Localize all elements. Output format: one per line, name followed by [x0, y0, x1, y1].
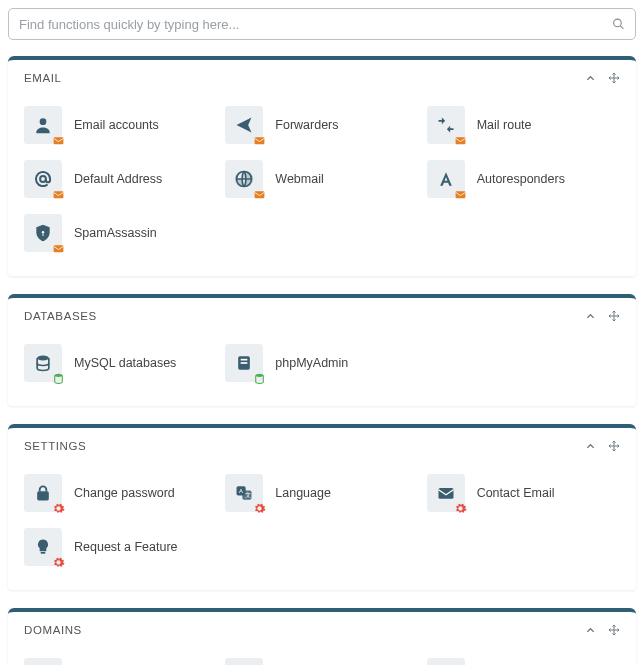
domain-item-3-icon	[427, 658, 465, 665]
svg-point-14	[37, 356, 49, 361]
badge-db-icon	[252, 371, 266, 385]
item-webmail[interactable]: Webmail	[221, 152, 422, 206]
svg-point-0	[614, 19, 622, 27]
badge-env-icon	[252, 187, 266, 201]
language-icon: A文	[225, 474, 263, 512]
collapse-icon[interactable]	[585, 625, 596, 636]
item-label: SpamAssassin	[74, 226, 157, 240]
panel-title: EMAIL	[24, 72, 573, 84]
badge-gear-icon	[51, 501, 65, 515]
phpmyadmin-icon	[225, 344, 263, 382]
request-feature-icon	[24, 528, 62, 566]
contact-email-icon	[427, 474, 465, 512]
svg-rect-4	[254, 137, 264, 144]
panel-body: Email accountsForwardersMail routeDefaul…	[8, 94, 636, 276]
badge-gear-icon	[454, 501, 468, 515]
svg-rect-20	[37, 491, 49, 500]
drag-handle-icon[interactable]	[608, 440, 620, 452]
panel-header-domains: DOMAINS	[8, 612, 636, 646]
svg-rect-25	[438, 488, 453, 499]
panel-body	[8, 646, 636, 665]
item-forwarders[interactable]: Forwarders	[221, 98, 422, 152]
change-password-icon	[24, 474, 62, 512]
panel-body: Change passwordA文LanguageContact EmailRe…	[8, 462, 636, 590]
item-contact-email[interactable]: Contact Email	[423, 466, 624, 520]
item-label: Language	[275, 486, 331, 500]
item-autoresponders[interactable]: Autoresponders	[423, 152, 624, 206]
svg-point-19	[256, 373, 264, 376]
item-email-accounts[interactable]: Email accounts	[20, 98, 221, 152]
item-label: Email accounts	[74, 118, 159, 132]
svg-text:文: 文	[245, 491, 251, 498]
svg-point-11	[42, 231, 44, 233]
svg-rect-18	[241, 362, 248, 364]
panel-settings: SETTINGSChange passwordA文LanguageContact…	[8, 424, 636, 590]
drag-handle-icon[interactable]	[608, 310, 620, 322]
panel-databases: DATABASESMySQL databasesphpMyAdmin	[8, 294, 636, 406]
domain-item-1-icon	[24, 658, 62, 665]
badge-gear-icon	[252, 501, 266, 515]
badge-env-icon	[454, 133, 468, 147]
collapse-icon[interactable]	[585, 73, 596, 84]
spam-assassin-icon	[24, 214, 62, 252]
svg-line-1	[620, 26, 623, 29]
panel-domains: DOMAINS	[8, 608, 636, 665]
panel-title: DATABASES	[24, 310, 573, 322]
search-icon	[612, 18, 625, 31]
item-mail-route[interactable]: Mail route	[423, 98, 624, 152]
item-label: Mail route	[477, 118, 532, 132]
drag-handle-icon[interactable]	[608, 72, 620, 84]
panel-header-email: EMAIL	[8, 60, 636, 94]
badge-env-icon	[252, 133, 266, 147]
item-label: Default Address	[74, 172, 162, 186]
item-mysql-databases[interactable]: MySQL databases	[20, 336, 221, 390]
svg-rect-5	[456, 137, 466, 144]
svg-rect-10	[456, 191, 466, 198]
item-default-address[interactable]: Default Address	[20, 152, 221, 206]
collapse-icon[interactable]	[585, 441, 596, 452]
item-change-password[interactable]: Change password	[20, 466, 221, 520]
email-accounts-icon	[24, 106, 62, 144]
item-label: Contact Email	[477, 486, 555, 500]
webmail-icon	[225, 160, 263, 198]
svg-rect-9	[254, 191, 264, 198]
svg-point-15	[54, 373, 62, 376]
item-domain-item-2[interactable]	[221, 650, 422, 665]
item-label: Forwarders	[275, 118, 338, 132]
default-address-icon	[24, 160, 62, 198]
item-request-feature[interactable]: Request a Feature	[20, 520, 221, 574]
item-label: Autoresponders	[477, 172, 565, 186]
svg-rect-13	[53, 245, 63, 252]
svg-text:A: A	[239, 488, 243, 494]
svg-rect-3	[53, 137, 63, 144]
item-label: Change password	[74, 486, 175, 500]
search-input[interactable]	[19, 17, 601, 32]
badge-env-icon	[51, 241, 65, 255]
badge-gear-icon	[51, 555, 65, 569]
item-spam-assassin[interactable]: SpamAssassin	[20, 206, 221, 260]
mail-route-icon	[427, 106, 465, 144]
item-label: Request a Feature	[74, 540, 178, 554]
item-domain-item-3[interactable]	[423, 650, 624, 665]
item-language[interactable]: A文Language	[221, 466, 422, 520]
svg-rect-26	[41, 552, 46, 554]
panel-title: DOMAINS	[24, 624, 573, 636]
svg-point-2	[40, 118, 47, 125]
autoresponders-icon	[427, 160, 465, 198]
badge-db-icon	[51, 371, 65, 385]
item-domain-item-1[interactable]	[20, 650, 221, 665]
item-label: phpMyAdmin	[275, 356, 348, 370]
item-phpmyadmin[interactable]: phpMyAdmin	[221, 336, 422, 390]
panel-email: EMAILEmail accountsForwardersMail routeD…	[8, 56, 636, 276]
badge-env-icon	[51, 133, 65, 147]
panel-header-databases: DATABASES	[8, 298, 636, 332]
drag-handle-icon[interactable]	[608, 624, 620, 636]
collapse-icon[interactable]	[585, 311, 596, 322]
mysql-databases-icon	[24, 344, 62, 382]
search-bar[interactable]	[8, 8, 636, 40]
svg-rect-12	[43, 233, 44, 236]
svg-rect-17	[241, 359, 248, 361]
forwarders-icon	[225, 106, 263, 144]
panel-body: MySQL databasesphpMyAdmin	[8, 332, 636, 406]
item-label: MySQL databases	[74, 356, 176, 370]
